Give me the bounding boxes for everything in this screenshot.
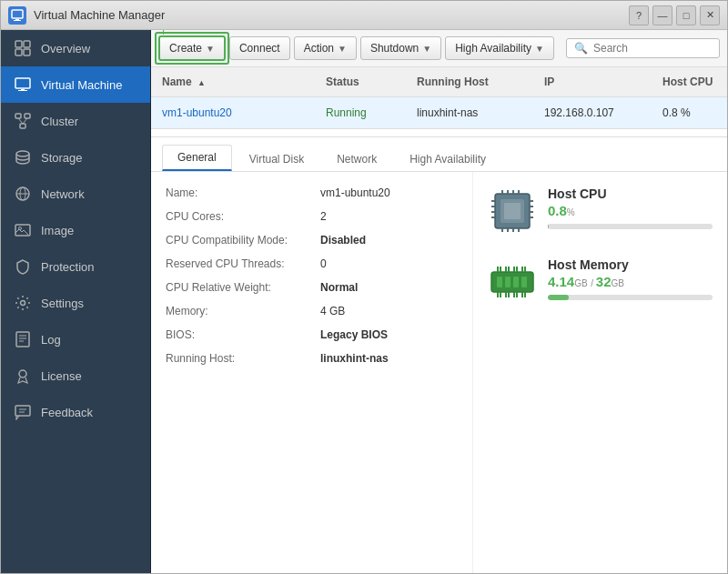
window-title: Virtual Machine Manager: [34, 8, 165, 22]
ha-label: High Availability: [455, 42, 531, 55]
detail-running-host-label: Running Host:: [166, 352, 320, 365]
vm-running-host: linuxhint-nas: [406, 103, 533, 123]
minimize-button[interactable]: —: [652, 5, 672, 25]
svg-line-14: [23, 118, 27, 124]
memory-progress-bar: [548, 295, 713, 300]
memory-resource-title: Host Memory: [548, 257, 713, 272]
sidebar-image-label: Image: [41, 224, 74, 237]
svg-rect-5: [15, 49, 22, 55]
col-host-cpu: Host CPU: [652, 72, 727, 92]
create-button[interactable]: Create ▼: [158, 35, 226, 61]
shutdown-button[interactable]: Shutdown ▼: [360, 36, 441, 60]
detail-cpu-weight-value: Normal: [320, 281, 358, 294]
vm-table: Name ▲ Status Running Host IP Host CPU ⋮…: [151, 67, 727, 129]
titlebar: Virtual Machine Manager ? — □ ✕: [1, 1, 727, 30]
action-label: Action: [304, 42, 334, 55]
sidebar-item-storage[interactable]: Storage: [1, 139, 150, 176]
sidebar-item-feedback[interactable]: Feedback: [1, 394, 150, 430]
col-status: Status: [315, 72, 406, 92]
svg-rect-6: [24, 49, 30, 55]
create-dropdown-arrow: ▼: [206, 44, 215, 54]
detail-cpu-cores: CPU Cores: 2: [166, 210, 458, 223]
memory-used: 4.14: [548, 274, 574, 289]
close-button[interactable]: ✕: [700, 5, 720, 25]
sidebar-cluster-label: Cluster: [41, 115, 78, 128]
shutdown-label: Shutdown: [370, 42, 419, 55]
svg-rect-3: [15, 41, 22, 47]
search-input[interactable]: [593, 42, 712, 55]
memory-unit-total: GB: [612, 278, 624, 288]
detail-cpu-weight-label: CPU Relative Weight:: [166, 281, 320, 294]
detail-cpu-compat-value: Disabled: [320, 234, 366, 247]
detail-memory-label: Memory:: [166, 305, 320, 317]
detail-bios-value: Legacy BIOS: [320, 328, 388, 341]
memory-unit-used: GB: [574, 278, 587, 288]
detail-name: Name: vm1-ubuntu20: [166, 186, 458, 199]
memory-resource-info: Host Memory 4.14GB / 32GB: [548, 257, 713, 300]
svg-rect-53: [521, 277, 527, 287]
search-box[interactable]: 🔍: [566, 38, 720, 58]
overview-icon: [14, 39, 32, 57]
detail-cpu-compat-label: CPU Compatibility Mode:: [166, 234, 320, 247]
storage-icon: [14, 148, 32, 166]
connect-button[interactable]: Connect: [229, 36, 290, 60]
svg-rect-52: [513, 277, 519, 287]
svg-rect-32: [504, 203, 521, 219]
svg-rect-7: [15, 78, 30, 88]
tab-high-availability[interactable]: High Availability: [394, 146, 501, 171]
log-icon: [14, 330, 32, 348]
sidebar-item-image[interactable]: Image: [1, 212, 150, 248]
titlebar-left: Virtual Machine Manager: [8, 6, 165, 25]
license-icon: [14, 367, 32, 385]
col-ip: IP: [533, 72, 652, 92]
window-controls: ? — □ ✕: [629, 5, 720, 25]
vm-status: Running: [315, 103, 406, 123]
table-header: Name ▲ Status Running Host IP Host CPU ⋮: [151, 67, 727, 97]
svg-point-15: [16, 151, 29, 156]
details-area: Name: vm1-ubuntu20 CPU Cores: 2 CPU Comp…: [151, 172, 727, 573]
settings-icon: [14, 294, 32, 312]
cpu-value-unit: %: [567, 207, 575, 217]
sidebar-item-license[interactable]: License: [1, 357, 150, 394]
sidebar-item-settings[interactable]: Settings: [1, 285, 150, 321]
sidebar-item-log[interactable]: Log: [1, 321, 150, 357]
cluster-icon: [14, 112, 32, 130]
shutdown-arrow: ▼: [422, 44, 431, 54]
action-button[interactable]: Action ▼: [294, 36, 357, 60]
table-row[interactable]: vm1-ubuntu20 Running linuxhint-nas 192.1…: [151, 97, 727, 129]
maximize-button[interactable]: □: [676, 5, 696, 25]
sidebar-item-network[interactable]: Network: [1, 176, 150, 212]
tab-virtual-disk[interactable]: Virtual Disk: [234, 146, 319, 171]
cpu-progress-bar: [548, 224, 713, 229]
main-layout: Overview Virtual Machine: [1, 30, 727, 573]
svg-rect-22: [16, 332, 29, 347]
svg-rect-50: [497, 277, 502, 287]
help-button[interactable]: ?: [629, 5, 649, 25]
sidebar-item-overview[interactable]: Overview: [1, 30, 150, 66]
cpu-resource-value: 0.8%: [548, 203, 713, 218]
sidebar-item-protection[interactable]: Protection: [1, 248, 150, 285]
memory-resource-card: Host Memory 4.14GB / 32GB: [488, 257, 713, 307]
detail-cpu-compat: CPU Compatibility Mode: Disabled: [166, 234, 458, 247]
ha-arrow: ▼: [535, 44, 544, 54]
sidebar-network-label: Network: [41, 187, 85, 201]
svg-rect-10: [15, 114, 21, 118]
sidebar-item-virtual-machine[interactable]: Virtual Machine: [1, 66, 150, 103]
details-left: Name: vm1-ubuntu20 CPU Cores: 2 CPU Comp…: [151, 172, 472, 573]
svg-rect-0: [12, 10, 23, 18]
memory-progress-fill: [548, 295, 569, 300]
svg-rect-51: [505, 277, 511, 287]
sidebar-item-cluster[interactable]: Cluster: [1, 103, 150, 139]
vm-name: vm1-ubuntu20: [151, 103, 315, 123]
detail-memory: Memory: 4 GB: [166, 305, 458, 317]
memory-icon: [488, 257, 537, 307]
tab-general[interactable]: General: [162, 145, 232, 171]
arrow-indicator: ↑: [158, 30, 168, 39]
vm-cpu: 0.8 %: [652, 103, 727, 123]
high-availability-button[interactable]: High Availability ▼: [445, 36, 554, 60]
tab-network[interactable]: Network: [321, 146, 392, 171]
sidebar-storage-label: Storage: [41, 151, 83, 165]
svg-rect-12: [20, 124, 25, 128]
vm-ip: 192.168.0.107: [533, 103, 652, 123]
action-arrow: ▼: [338, 44, 347, 54]
